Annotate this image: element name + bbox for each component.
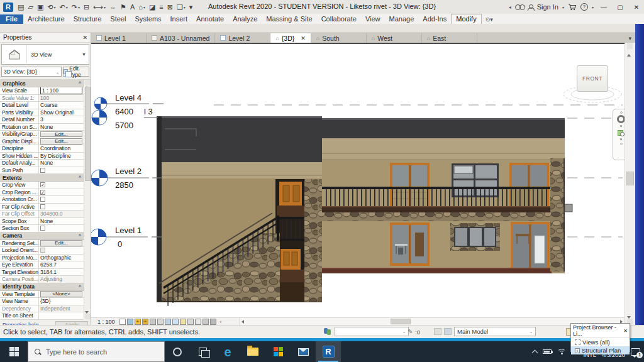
shadows-icon[interactable]: ☀ [142,319,148,325]
zoom-icon[interactable] [618,129,625,136]
hscrollbar-thumb[interactable] [391,319,411,324]
worksets-icon[interactable] [324,328,331,335]
building-right-wing[interactable] [322,118,572,273]
prop-scale-value-1[interactable]: Scale Value 1:100 [0,95,84,102]
prop-rotation-on-s[interactable]: Rotation on S...None [0,124,84,131]
instance-selector[interactable]: 3D View: {3D}⌄ [1,67,62,77]
section-icon[interactable]: ◪ [147,1,157,13]
prop-detail-level[interactable]: Detail LevelCoarse [0,102,84,109]
scroll-down-icon[interactable] [85,314,91,319]
editing-requests-icon[interactable]: ✎ [408,328,413,335]
ribbon-tab-modify[interactable]: Modify [451,14,481,24]
stone-column[interactable] [304,179,322,302]
sun-path-icon[interactable]: ☀ [135,319,141,325]
help-dropdown-icon[interactable]: ▾ [592,5,594,9]
ribbon-tab-analyze[interactable]: Analyze [228,14,262,24]
measure-icon[interactable]: ⟷▾ [91,1,108,13]
default-3d-view-icon[interactable]: ⌂▾ [136,1,147,13]
customize-qat-icon[interactable]: ▾ [187,1,195,13]
navigation-bar[interactable]: ▼ ▼ [613,109,625,160]
file-properties-icon[interactable]: ▤ [16,1,26,13]
stair-landing[interactable] [275,217,306,248]
aligned-dimension-icon[interactable]: ⇔ [108,1,118,13]
level1-elevation[interactable]: 0 [118,239,122,249]
cart-icon[interactable] [568,3,577,11]
prop-eye-elevation[interactable]: Eye Elevation6258.7 [0,261,84,269]
prop-target-elevation[interactable]: Target Elevation3184.1 [0,269,84,277]
ribbon-tab-architecture[interactable]: Architecture [23,14,69,24]
tray-expand-icon[interactable] [532,349,538,356]
lower-glass-door-2[interactable] [511,222,550,271]
ribbon-tab-massing-site[interactable]: Massing & Site [262,14,316,24]
prop-default-analy[interactable]: Default Analy...None [0,160,84,167]
undo-icon[interactable]: ↶▾ [58,1,70,13]
battery-icon[interactable] [543,349,552,354]
ribbon-tab-systems[interactable]: Systems [130,14,165,24]
design-options-icon[interactable] [434,328,441,335]
ribbon-tab-file[interactable]: File [0,14,23,24]
redo-icon[interactable]: ↷▾ [70,1,82,13]
vscrollbar-thumb[interactable] [626,172,634,185]
project-browser-close-icon[interactable]: ✕ [623,328,628,334]
expand-icon[interactable]: + [575,348,580,353]
back-icon[interactable]: ◂ [509,4,511,10]
level1-label[interactable]: Level 1 [115,226,142,235]
action-center-icon[interactable]: 1 [631,348,640,356]
balcony[interactable] [322,187,572,221]
ribbon-tab-view[interactable]: View [361,14,385,24]
level3-elevation[interactable]: 5700 [115,121,133,130]
print-icon[interactable]: ⊟ [82,1,91,13]
view-tab-level-2[interactable]: Level 2 [215,33,270,43]
ribbon-tab-annotate[interactable]: Annotate [192,14,228,24]
prop-far-clip-offset[interactable]: Far Clip Offset304800.0 [0,211,84,218]
sketchy-lines-icon[interactable] [150,319,156,325]
section-camera[interactable]: Camera^ [0,233,84,240]
stone-corner-column[interactable] [550,158,565,272]
taskbar-app-edge[interactable]: e [215,341,240,362]
taskbar-app-cortana[interactable] [165,341,190,362]
view-tab-west[interactable]: ⌂West [367,33,422,43]
open-icon[interactable]: ▱ [26,1,35,13]
prop-projection-mo[interactable]: Projection Mo...Orthographic [0,255,84,262]
browser-item-structural-plan[interactable]: +Structural Plan [571,346,630,354]
model-canvas[interactable]: Level 4 6400 l 3 5700 Level 2 2850 [91,44,625,317]
view-tab-3d[interactable]: ⌂{3D}✕ [270,33,311,43]
minimize-button[interactable]: — [597,4,610,11]
vcb-collapse-icon[interactable]: ‹ [220,319,222,325]
close-button[interactable]: ✕ [630,4,643,11]
scroll-up-icon[interactable] [85,80,91,85]
taskbar-search[interactable]: Type here to search [28,341,165,362]
taskbar-app-store[interactable] [265,341,291,362]
lower-entry-door[interactable] [275,248,306,301]
design-options-picker-icon[interactable] [444,328,452,335]
prop-view-scale[interactable]: View Scale1 : 100 [0,87,84,95]
view-scale-control[interactable]: 1 : 100 [97,319,115,325]
text-icon[interactable]: A [128,1,136,13]
edit-type-button[interactable]: Edit Type [63,67,89,77]
prop-detail-number[interactable]: Detail Number3 [0,116,84,124]
view-tab-close-icon[interactable]: ✕ [301,35,306,41]
thin-lines-icon[interactable]: ≡ [157,1,165,13]
help-icon[interactable]: ? [580,3,588,11]
lower-glass-door-1[interactable] [390,222,430,266]
view-tab-east[interactable]: ⌂East [422,33,477,43]
prop-locked-orient[interactable]: Locked Orient... [0,247,84,255]
wifi-icon[interactable] [557,349,566,355]
properties-scrollbar[interactable] [84,80,91,319]
prop-crop-view[interactable]: Crop View✓ [0,182,84,189]
properties-close-icon[interactable]: ✕ [82,35,87,41]
taskbar-app-task-view[interactable] [190,341,215,362]
level4-label[interactable]: Level 4 [115,93,142,102]
temporary-view-properties-icon[interactable] [195,319,201,325]
prop-discipline[interactable]: DisciplineCoordination [0,145,84,153]
save-icon[interactable]: ▣ [35,1,45,13]
prop-annotation-cr[interactable]: Annotation Cr... [0,196,84,204]
temporary-hide-isolate-icon[interactable] [180,319,186,325]
view-tab-a103-unnamed[interactable]: A103 - Unnamed [147,33,215,43]
zoom-dropdown-icon[interactable]: ▼ [619,138,623,141]
sign-in-dropdown-icon[interactable]: ▾ [562,5,564,9]
ribbon-tab-insert[interactable]: Insert [166,14,192,24]
level-markers[interactable]: Level 4 6400 l 3 5700 Level 2 2850 [91,93,164,249]
switch-windows-icon[interactable]: ❏▾ [175,1,187,13]
start-button[interactable] [0,341,28,362]
